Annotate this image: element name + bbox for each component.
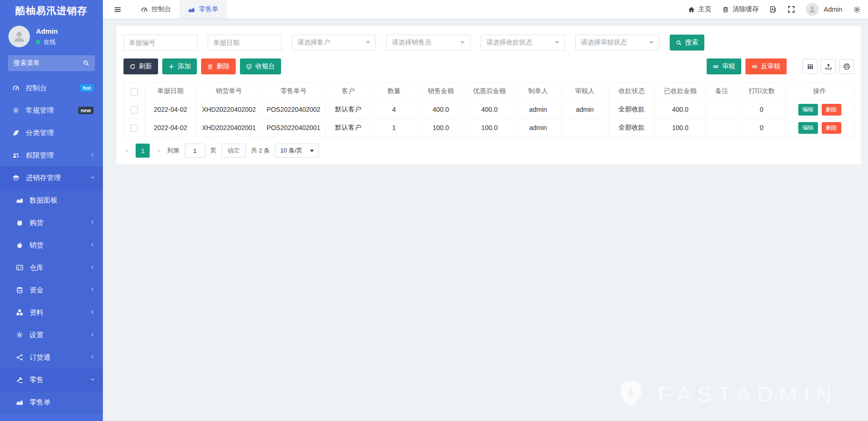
chevron-left-icon: [90, 264, 95, 270]
column-header: 备注: [706, 82, 738, 101]
sidebar-item-retail-order[interactable]: 零售单: [0, 391, 103, 414]
user-menu[interactable]: Admin: [806, 3, 842, 16]
fullscreen-icon[interactable]: [788, 6, 795, 13]
sidebar-item-retail[interactable]: 零售: [0, 369, 103, 391]
bill-date-input[interactable]: [208, 35, 282, 51]
add-button[interactable]: 添加: [162, 58, 197, 74]
sidebar-item-data-panel[interactable]: 数据面板: [0, 189, 103, 211]
refresh-icon: [130, 64, 136, 70]
user-profile[interactable]: Admin 在线: [0, 22, 103, 53]
toolbar: 刷新添加删除收银台 审核反审核: [123, 58, 854, 74]
language-icon[interactable]: [769, 6, 777, 13]
sidebar-item-dashboard[interactable]: 控制台hot: [0, 77, 103, 99]
dashboard-icon: [141, 6, 148, 13]
fastadmin-watermark-text: FASTADMIN: [658, 382, 838, 407]
chevron-left-icon: [90, 354, 95, 360]
sidebar-item-sale[interactable]: 销货: [0, 234, 103, 256]
refresh-button[interactable]: 刷新: [123, 58, 158, 74]
navbar-right: 主页 清除缓存 Admin: [688, 3, 868, 16]
caret-down-icon: [649, 41, 654, 44]
badge-new: new: [78, 107, 94, 114]
page-1-button[interactable]: 1: [136, 144, 150, 158]
sidebar-item-auth[interactable]: 权限管理: [0, 144, 103, 167]
bill-no-input[interactable]: [123, 35, 197, 51]
anti-audit-button[interactable]: 反审核: [745, 58, 787, 74]
customer-select[interactable]: 请选择客户: [292, 35, 376, 51]
goto-confirm-button[interactable]: 确定: [222, 144, 246, 158]
sidebar-item-general[interactable]: 常规管理new: [0, 99, 103, 122]
tab-dashboard[interactable]: 控制台: [132, 0, 180, 19]
cubes-icon: [15, 309, 24, 316]
goto-label: 到第: [167, 146, 180, 155]
row-checkbox[interactable]: [130, 106, 138, 114]
sidebar-item-funds[interactable]: 资金: [0, 279, 103, 301]
audit-button[interactable]: 审核: [707, 58, 741, 74]
cashier-button[interactable]: 收银台: [240, 58, 281, 74]
page-label: 页: [210, 146, 217, 155]
export-button[interactable]: [821, 59, 836, 74]
row-checkbox[interactable]: [130, 124, 138, 132]
salesman-select[interactable]: 请选择销售员: [386, 35, 470, 51]
github-icon: [15, 219, 24, 226]
table-cell: 100.0: [418, 119, 464, 137]
payment-status-select[interactable]: 请选择收款状态: [481, 35, 565, 51]
sidebar-item-jxc[interactable]: 进销存管理: [0, 167, 103, 189]
next-page-button[interactable]: ›: [155, 146, 162, 155]
home-icon: [688, 6, 695, 13]
select-all-checkbox[interactable]: [130, 88, 138, 95]
tab-retail-order[interactable]: 零售单: [180, 0, 227, 19]
caret-down-icon: [310, 150, 314, 152]
navbar-avatar: [806, 3, 819, 16]
prev-page-button[interactable]: ‹: [123, 146, 130, 155]
nav-tabs: 控制台零售单: [132, 0, 227, 19]
chevron-left-icon: [90, 332, 95, 337]
column-header: 单据日期: [145, 82, 197, 101]
table-cell: [706, 101, 738, 119]
caret-down-icon: [555, 41, 559, 44]
share-icon: [15, 354, 24, 361]
navbar-username: Admin: [824, 6, 842, 13]
audit-status-select[interactable]: 请选择审核状态: [575, 35, 659, 51]
clear-cache-link[interactable]: 清除缓存: [722, 5, 759, 14]
search-button[interactable]: 搜索: [670, 35, 704, 51]
columns-icon: [807, 63, 814, 70]
fastadmin-logo-icon: [616, 380, 645, 409]
table-cell: XHD20220402002: [197, 101, 261, 119]
sidebar-item-purchase[interactable]: 购货: [0, 211, 103, 234]
edit-row-button[interactable]: 编辑: [798, 104, 818, 116]
hamburger-menu-icon[interactable]: [103, 6, 132, 14]
menu-search-input[interactable]: 搜索菜单: [8, 55, 95, 71]
sidebar-item-material[interactable]: 资料: [0, 301, 103, 324]
table-cell: 400.0: [655, 101, 706, 119]
sidebar-item-warehouse[interactable]: 仓库: [0, 256, 103, 279]
print-button[interactable]: [839, 59, 854, 74]
sidebar-item-category[interactable]: 分类管理: [0, 122, 103, 144]
table-cell: admin: [515, 101, 562, 119]
app-logo: 酷柚易汛进销存: [0, 0, 103, 22]
sidebar-item-settings[interactable]: 设置: [0, 324, 103, 346]
cogs-icon: [15, 331, 24, 339]
sidebar-item-dinghuotong[interactable]: 订货通: [0, 346, 103, 369]
column-header: 销售金额: [418, 82, 464, 101]
chart-area-icon: [15, 196, 24, 204]
delete-button[interactable]: 删除: [201, 58, 236, 74]
settings-gear-icon[interactable]: [853, 6, 861, 14]
goto-page-input[interactable]: [185, 144, 205, 158]
table-cell: 0: [738, 101, 785, 119]
main-area: 控制台零售单 主页 清除缓存 Admin 请选择客户请选择销售员请选择收款状态请…: [103, 0, 868, 421]
column-header: 审核人: [562, 82, 608, 101]
chevron-down-icon: [90, 174, 95, 180]
delete-row-button[interactable]: 删除: [822, 122, 841, 134]
column-header: 数量: [371, 82, 418, 101]
delete-row-button[interactable]: 删除: [822, 104, 841, 116]
chevron-left-icon: [90, 309, 95, 315]
table-cell: XHD20220402001: [197, 119, 261, 137]
table-cell: POS20220402002: [261, 101, 326, 119]
home-link[interactable]: 主页: [688, 5, 711, 14]
per-page-select[interactable]: 10 条/页: [275, 144, 319, 158]
sidebar-menu: 控制台hot常规管理new分类管理权限管理进销存管理数据面板购货销货仓库资金资料…: [0, 77, 103, 421]
link-icon: [752, 64, 758, 70]
edit-row-button[interactable]: 编辑: [798, 122, 818, 134]
chevron-left-icon: [90, 152, 95, 158]
columns-button[interactable]: [803, 59, 817, 74]
